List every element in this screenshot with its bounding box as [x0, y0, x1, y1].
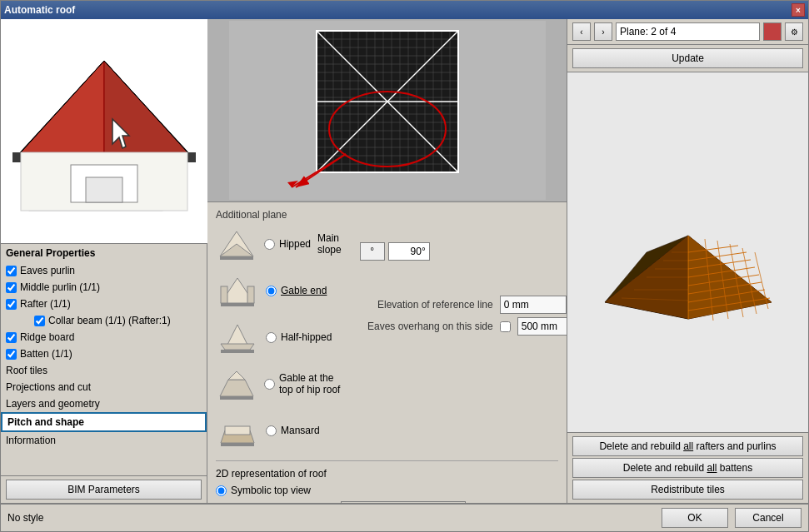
svg-rect-64 [221, 350, 254, 353]
window: Automatic roof × [0, 0, 809, 532]
nav-pitch[interactable]: Pitch and shape [1, 412, 207, 432]
nav-eaves-purlin[interactable]: Eaves purlin [1, 262, 207, 279]
rafter-checkbox[interactable] [6, 299, 17, 310]
nav-projections[interactable]: Projections and cut [1, 379, 207, 395]
rebuild-battens-label: Delete and rebuild all battens [623, 462, 752, 474]
nav-list: General Properties Eaves purlin Middle p… [1, 244, 207, 475]
gable-end-icon [216, 272, 259, 309]
close-button[interactable]: × [792, 3, 805, 17]
gable-top-radio-label[interactable]: Gable at the top of hip roof [264, 372, 343, 395]
ridge-board-label: Ridge board [20, 331, 74, 343]
eaves-purlin-label: Eaves purlin [20, 265, 75, 276]
svg-marker-66 [228, 371, 245, 380]
style-label: No style [7, 512, 43, 524]
slope-degree-unit: ° [360, 242, 385, 261]
nav-roof-tiles[interactable]: Roof tiles [1, 362, 207, 379]
hipped-row: Hipped Main slope [216, 226, 343, 262]
elevation-input[interactable] [500, 296, 567, 314]
plane-color-swatch[interactable] [763, 22, 782, 41]
repr-section: 2D representation of roof Symbolic top v… [216, 460, 558, 503]
rebuild-rafters-button[interactable]: Delete and rebuild all rafters and purli… [572, 436, 803, 456]
svg-rect-67 [220, 396, 253, 400]
middle-purlin-checkbox[interactable] [6, 282, 17, 293]
roof-options-area: Additional plane [207, 202, 567, 503]
rebuild-battens-button[interactable]: Delete and rebuild all battens [572, 458, 803, 478]
repr-title: 2D representation of roof [216, 468, 558, 480]
mansard-radio-label[interactable]: Mansard [266, 425, 320, 436]
gable-end-label: Gable end [281, 285, 327, 296]
symbolic-radio-label[interactable]: Symbolic top view [216, 485, 311, 496]
plane-nav: ‹ › ⚙ [567, 19, 808, 45]
main-slope-label: Main slope [317, 232, 343, 256]
hipped-label: Hipped [279, 238, 311, 250]
hipped-radio-label[interactable]: Hipped [264, 238, 311, 250]
information-label: Information [6, 435, 56, 446]
svg-rect-59 [221, 286, 227, 303]
svg-marker-63 [221, 344, 254, 350]
eaves-input[interactable] [517, 317, 567, 336]
redistribute-tiles-button[interactable]: Redistribute tiles [572, 480, 803, 500]
collar-beam-label: Collar beam (1/1) (Rafter:1) [48, 315, 171, 326]
plane-next-button[interactable]: › [594, 22, 612, 41]
mansard-radio[interactable] [266, 425, 277, 436]
plane-input[interactable] [616, 22, 760, 41]
nav-middle-purlin[interactable]: Middle purlin (1/1) [1, 279, 207, 296]
center-panel: Additional plane [207, 19, 567, 503]
nav-batten[interactable]: Batten (1/1) [1, 346, 207, 362]
hipped-icon [216, 226, 257, 262]
half-hipped-icon [216, 319, 259, 355]
plane-prev-button[interactable]: ‹ [572, 22, 591, 41]
symbolic-label: Symbolic top view [231, 485, 311, 496]
gable-end-radio[interactable] [266, 286, 277, 296]
projections-label: Projections and cut [6, 381, 91, 393]
slope-input[interactable] [388, 242, 430, 261]
bim-parameters-button[interactable]: BIM Parameters [6, 480, 202, 500]
rafter-label: Rafter (1/1) [20, 298, 71, 310]
gable-top-radio[interactable] [264, 379, 275, 390]
collar-beam-checkbox[interactable] [34, 316, 45, 326]
nav-information[interactable]: Information [1, 432, 207, 449]
rebuild-rafters-label: Delete and rebuild all rafters and purli… [599, 440, 776, 452]
half-hipped-label: Half-hipped [281, 331, 332, 343]
nav-ridge-board[interactable]: Ridge board [1, 329, 207, 346]
ok-button[interactable]: OK [662, 508, 728, 528]
hipped-radio[interactable] [264, 239, 275, 250]
gable-top-label: Gable at the top of hip roof [279, 372, 343, 395]
half-hipped-radio[interactable] [266, 332, 277, 343]
middle-purlin-label: Middle purlin (1/1) [20, 281, 100, 293]
mansard-icon [216, 412, 259, 449]
gable-end-radio-label[interactable]: Gable end [266, 285, 327, 296]
layers-label: Layers and geometry [6, 398, 100, 410]
eaves-row: Eaves overhang on this side [360, 317, 567, 336]
eaves-label: Eaves overhang on this side [360, 321, 493, 332]
eaves-purlin-checkbox[interactable] [6, 266, 17, 276]
symbolic-radio[interactable] [216, 485, 227, 496]
right-panel: ‹ › ⚙ Update [567, 19, 808, 503]
svg-rect-57 [220, 256, 253, 260]
svg-marker-65 [220, 380, 253, 396]
gable-end-row: Gable end [216, 272, 343, 309]
title-bar: Automatic roof × [1, 1, 808, 19]
batten-checkbox[interactable] [6, 349, 17, 360]
batten-label: Batten (1/1) [20, 348, 72, 360]
main-slope-area: Main slope [317, 232, 343, 256]
update-button[interactable]: Update [572, 48, 803, 68]
main-content: General Properties Eaves purlin Middle p… [1, 19, 808, 503]
eaves-checkbox[interactable] [500, 321, 511, 332]
svg-rect-69 [225, 426, 250, 435]
nav-rafter[interactable]: Rafter (1/1) [1, 296, 207, 312]
elevation-label: Elevation of reference line [360, 299, 493, 311]
update-btn-area: Update [567, 45, 808, 72]
plane-settings-button[interactable]: ⚙ [785, 22, 803, 41]
svg-rect-8 [86, 177, 122, 202]
symbolic-row: Symbolic top view [216, 485, 558, 496]
roof-tiles-label: Roof tiles [6, 365, 47, 376]
half-hipped-radio-label[interactable]: Half-hipped [266, 331, 332, 343]
cancel-button[interactable]: Cancel [735, 508, 802, 528]
half-hipped-row: Half-hipped [216, 319, 343, 355]
ridge-board-checkbox[interactable] [6, 332, 17, 343]
nav-collar-beam[interactable]: Collar beam (1/1) (Rafter:1) [1, 312, 207, 329]
svg-rect-70 [221, 443, 254, 446]
nav-layers[interactable]: Layers and geometry [1, 395, 207, 412]
right-action-buttons: Delete and rebuild all rafters and purli… [567, 432, 808, 503]
